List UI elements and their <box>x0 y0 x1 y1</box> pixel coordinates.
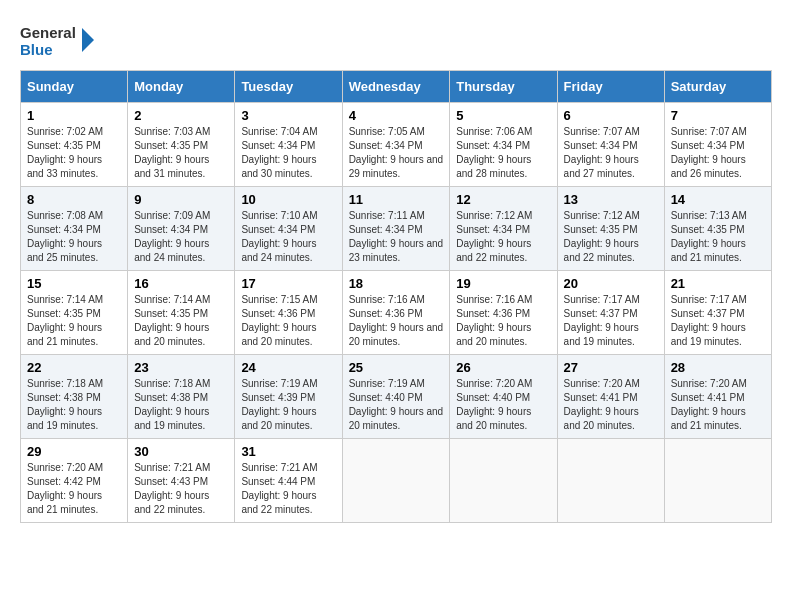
day-info: Sunrise: 7:09 AMSunset: 4:34 PMDaylight:… <box>134 209 228 265</box>
calendar-cell: 17Sunrise: 7:15 AMSunset: 4:36 PMDayligh… <box>235 271 342 355</box>
day-number: 10 <box>241 192 335 207</box>
calendar-cell: 5Sunrise: 7:06 AMSunset: 4:34 PMDaylight… <box>450 103 557 187</box>
day-number: 20 <box>564 276 658 291</box>
day-number: 29 <box>27 444 121 459</box>
calendar-cell: 26Sunrise: 7:20 AMSunset: 4:40 PMDayligh… <box>450 355 557 439</box>
calendar-cell: 23Sunrise: 7:18 AMSunset: 4:38 PMDayligh… <box>128 355 235 439</box>
day-info: Sunrise: 7:19 AMSunset: 4:40 PMDaylight:… <box>349 377 444 433</box>
day-info: Sunrise: 7:13 AMSunset: 4:35 PMDaylight:… <box>671 209 765 265</box>
calendar-week-row: 15Sunrise: 7:14 AMSunset: 4:35 PMDayligh… <box>21 271 772 355</box>
day-number: 13 <box>564 192 658 207</box>
day-number: 1 <box>27 108 121 123</box>
calendar-week-row: 1Sunrise: 7:02 AMSunset: 4:35 PMDaylight… <box>21 103 772 187</box>
day-number: 25 <box>349 360 444 375</box>
day-info: Sunrise: 7:11 AMSunset: 4:34 PMDaylight:… <box>349 209 444 265</box>
column-header-sunday: Sunday <box>21 71 128 103</box>
day-number: 18 <box>349 276 444 291</box>
calendar-cell <box>450 439 557 523</box>
day-number: 31 <box>241 444 335 459</box>
day-info: Sunrise: 7:16 AMSunset: 4:36 PMDaylight:… <box>456 293 550 349</box>
day-number: 24 <box>241 360 335 375</box>
day-number: 15 <box>27 276 121 291</box>
calendar-cell: 24Sunrise: 7:19 AMSunset: 4:39 PMDayligh… <box>235 355 342 439</box>
calendar-cell: 12Sunrise: 7:12 AMSunset: 4:34 PMDayligh… <box>450 187 557 271</box>
day-number: 9 <box>134 192 228 207</box>
column-header-tuesday: Tuesday <box>235 71 342 103</box>
day-number: 27 <box>564 360 658 375</box>
calendar-cell: 27Sunrise: 7:20 AMSunset: 4:41 PMDayligh… <box>557 355 664 439</box>
calendar-cell: 9Sunrise: 7:09 AMSunset: 4:34 PMDaylight… <box>128 187 235 271</box>
calendar-cell: 15Sunrise: 7:14 AMSunset: 4:35 PMDayligh… <box>21 271 128 355</box>
calendar-cell: 6Sunrise: 7:07 AMSunset: 4:34 PMDaylight… <box>557 103 664 187</box>
day-info: Sunrise: 7:03 AMSunset: 4:35 PMDaylight:… <box>134 125 228 181</box>
day-info: Sunrise: 7:20 AMSunset: 4:42 PMDaylight:… <box>27 461 121 517</box>
day-info: Sunrise: 7:20 AMSunset: 4:41 PMDaylight:… <box>564 377 658 433</box>
calendar-header-row: SundayMondayTuesdayWednesdayThursdayFrid… <box>21 71 772 103</box>
day-info: Sunrise: 7:20 AMSunset: 4:40 PMDaylight:… <box>456 377 550 433</box>
calendar-cell: 20Sunrise: 7:17 AMSunset: 4:37 PMDayligh… <box>557 271 664 355</box>
day-number: 28 <box>671 360 765 375</box>
calendar-cell: 8Sunrise: 7:08 AMSunset: 4:34 PMDaylight… <box>21 187 128 271</box>
day-info: Sunrise: 7:05 AMSunset: 4:34 PMDaylight:… <box>349 125 444 181</box>
day-number: 3 <box>241 108 335 123</box>
day-info: Sunrise: 7:17 AMSunset: 4:37 PMDaylight:… <box>671 293 765 349</box>
svg-text:General: General <box>20 24 76 41</box>
day-info: Sunrise: 7:16 AMSunset: 4:36 PMDaylight:… <box>349 293 444 349</box>
calendar-cell: 28Sunrise: 7:20 AMSunset: 4:41 PMDayligh… <box>664 355 771 439</box>
column-header-saturday: Saturday <box>664 71 771 103</box>
day-info: Sunrise: 7:14 AMSunset: 4:35 PMDaylight:… <box>27 293 121 349</box>
calendar-cell: 29Sunrise: 7:20 AMSunset: 4:42 PMDayligh… <box>21 439 128 523</box>
calendar-cell: 16Sunrise: 7:14 AMSunset: 4:35 PMDayligh… <box>128 271 235 355</box>
day-info: Sunrise: 7:02 AMSunset: 4:35 PMDaylight:… <box>27 125 121 181</box>
day-number: 19 <box>456 276 550 291</box>
day-info: Sunrise: 7:17 AMSunset: 4:37 PMDaylight:… <box>564 293 658 349</box>
day-info: Sunrise: 7:21 AMSunset: 4:44 PMDaylight:… <box>241 461 335 517</box>
day-info: Sunrise: 7:14 AMSunset: 4:35 PMDaylight:… <box>134 293 228 349</box>
calendar-week-row: 29Sunrise: 7:20 AMSunset: 4:42 PMDayligh… <box>21 439 772 523</box>
calendar-cell: 30Sunrise: 7:21 AMSunset: 4:43 PMDayligh… <box>128 439 235 523</box>
calendar-cell: 10Sunrise: 7:10 AMSunset: 4:34 PMDayligh… <box>235 187 342 271</box>
header-section: GeneralBlue <box>20 20 772 60</box>
calendar-cell: 25Sunrise: 7:19 AMSunset: 4:40 PMDayligh… <box>342 355 450 439</box>
day-info: Sunrise: 7:18 AMSunset: 4:38 PMDaylight:… <box>134 377 228 433</box>
day-number: 2 <box>134 108 228 123</box>
day-info: Sunrise: 7:18 AMSunset: 4:38 PMDaylight:… <box>27 377 121 433</box>
day-number: 22 <box>27 360 121 375</box>
calendar-cell: 18Sunrise: 7:16 AMSunset: 4:36 PMDayligh… <box>342 271 450 355</box>
calendar-cell: 3Sunrise: 7:04 AMSunset: 4:34 PMDaylight… <box>235 103 342 187</box>
day-number: 8 <box>27 192 121 207</box>
day-number: 26 <box>456 360 550 375</box>
day-info: Sunrise: 7:08 AMSunset: 4:34 PMDaylight:… <box>27 209 121 265</box>
day-number: 21 <box>671 276 765 291</box>
day-info: Sunrise: 7:06 AMSunset: 4:34 PMDaylight:… <box>456 125 550 181</box>
day-info: Sunrise: 7:20 AMSunset: 4:41 PMDaylight:… <box>671 377 765 433</box>
column-header-monday: Monday <box>128 71 235 103</box>
day-info: Sunrise: 7:12 AMSunset: 4:35 PMDaylight:… <box>564 209 658 265</box>
calendar-cell <box>342 439 450 523</box>
day-info: Sunrise: 7:04 AMSunset: 4:34 PMDaylight:… <box>241 125 335 181</box>
day-info: Sunrise: 7:21 AMSunset: 4:43 PMDaylight:… <box>134 461 228 517</box>
svg-marker-2 <box>82 28 94 52</box>
calendar-cell: 7Sunrise: 7:07 AMSunset: 4:34 PMDaylight… <box>664 103 771 187</box>
day-info: Sunrise: 7:07 AMSunset: 4:34 PMDaylight:… <box>564 125 658 181</box>
svg-text:Blue: Blue <box>20 41 53 58</box>
calendar-cell: 13Sunrise: 7:12 AMSunset: 4:35 PMDayligh… <box>557 187 664 271</box>
day-number: 30 <box>134 444 228 459</box>
calendar-table: SundayMondayTuesdayWednesdayThursdayFrid… <box>20 70 772 523</box>
day-info: Sunrise: 7:07 AMSunset: 4:34 PMDaylight:… <box>671 125 765 181</box>
calendar-cell: 4Sunrise: 7:05 AMSunset: 4:34 PMDaylight… <box>342 103 450 187</box>
day-number: 5 <box>456 108 550 123</box>
column-header-thursday: Thursday <box>450 71 557 103</box>
day-number: 12 <box>456 192 550 207</box>
calendar-cell: 2Sunrise: 7:03 AMSunset: 4:35 PMDaylight… <box>128 103 235 187</box>
calendar-cell: 19Sunrise: 7:16 AMSunset: 4:36 PMDayligh… <box>450 271 557 355</box>
day-info: Sunrise: 7:15 AMSunset: 4:36 PMDaylight:… <box>241 293 335 349</box>
logo: GeneralBlue <box>20 20 100 60</box>
day-info: Sunrise: 7:19 AMSunset: 4:39 PMDaylight:… <box>241 377 335 433</box>
day-number: 6 <box>564 108 658 123</box>
calendar-cell: 14Sunrise: 7:13 AMSunset: 4:35 PMDayligh… <box>664 187 771 271</box>
calendar-cell: 22Sunrise: 7:18 AMSunset: 4:38 PMDayligh… <box>21 355 128 439</box>
day-number: 7 <box>671 108 765 123</box>
day-info: Sunrise: 7:10 AMSunset: 4:34 PMDaylight:… <box>241 209 335 265</box>
calendar-week-row: 8Sunrise: 7:08 AMSunset: 4:34 PMDaylight… <box>21 187 772 271</box>
